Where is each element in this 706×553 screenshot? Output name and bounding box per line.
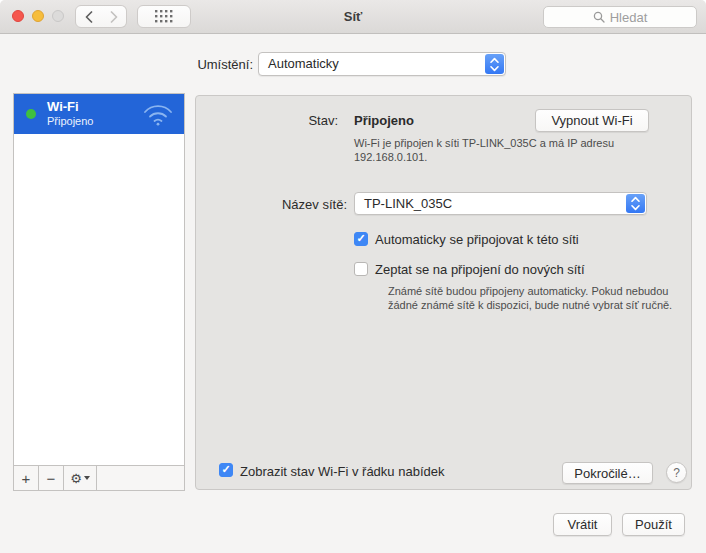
auto-join-checkbox[interactable] — [354, 232, 368, 246]
apply-button[interactable]: Použít — [622, 513, 685, 536]
remove-service-button[interactable]: − — [39, 466, 64, 490]
chevron-down-icon — [84, 476, 90, 480]
network-name-popup[interactable]: TP-LINK_035C — [354, 192, 647, 215]
service-status: Připojeno — [47, 115, 93, 127]
location-popup[interactable]: Automaticky — [258, 52, 506, 76]
help-button[interactable]: ? — [666, 462, 687, 483]
status-value: Připojeno — [354, 113, 414, 128]
auto-join-label: Automaticky se připojovat k této síti — [375, 232, 579, 247]
chevron-right-icon — [110, 11, 118, 23]
known-networks-note: Známé sítě budou připojeny automaticky. … — [388, 284, 690, 312]
ask-new-networks-label: Zeptat se na připojení do nových sítí — [375, 262, 585, 277]
turn-off-wifi-button[interactable]: Vypnout Wi-Fi — [535, 109, 649, 132]
services-list: Wi-Fi Připojeno + − ⚙ — [13, 93, 185, 491]
back-button[interactable] — [75, 5, 102, 28]
network-preferences-window: Síť Hledat Umístění: Automaticky Wi-Fi P… — [0, 0, 706, 553]
search-icon — [593, 11, 605, 23]
revert-button[interactable]: Vrátit — [553, 513, 612, 536]
advanced-button[interactable]: Pokročilé… — [562, 462, 653, 484]
location-label: Umístění: — [100, 57, 253, 72]
minus-icon: − — [47, 470, 56, 487]
network-name-label: Název sítě: — [196, 197, 347, 212]
show-wifi-menubar-label: Zobrazit stav Wi-Fi v řádku nabídek — [240, 464, 444, 479]
close-button[interactable] — [12, 10, 24, 22]
show-wifi-menubar-checkbox[interactable] — [219, 463, 233, 477]
sidebar-item-wifi[interactable]: Wi-Fi Připojeno — [14, 94, 184, 134]
status-label: Stav: — [196, 113, 338, 128]
wifi-settings-pane: Stav: Připojeno Vypnout Wi-Fi Wi-Fi je p… — [195, 95, 692, 490]
chevron-left-icon — [85, 11, 93, 23]
gear-icon: ⚙ — [70, 471, 82, 486]
popup-stepper-icon — [626, 194, 645, 213]
ask-new-networks-checkbox[interactable] — [354, 262, 368, 276]
zoom-button-disabled — [52, 10, 64, 22]
minimize-button[interactable] — [32, 10, 44, 22]
forward-button[interactable] — [101, 5, 127, 28]
network-name-value: TP-LINK_035C — [364, 196, 452, 211]
wifi-icon — [141, 102, 175, 127]
grid-icon — [155, 10, 173, 23]
location-value: Automaticky — [268, 56, 339, 71]
services-list-footer: + − ⚙ — [14, 465, 184, 490]
title-bar: Síť Hledat — [0, 0, 706, 34]
search-field[interactable]: Hledat — [543, 6, 697, 28]
status-description: Wi-Fi je připojen k síti TP-LINK_035C a … — [354, 136, 666, 164]
search-placeholder: Hledat — [610, 10, 648, 25]
service-actions-button[interactable]: ⚙ — [64, 466, 97, 490]
popup-stepper-icon — [485, 54, 504, 74]
status-dot-green — [26, 109, 36, 119]
add-service-button[interactable]: + — [14, 466, 39, 490]
plus-icon: + — [22, 470, 31, 487]
service-name: Wi-Fi — [47, 99, 79, 114]
show-all-button[interactable] — [137, 5, 191, 28]
